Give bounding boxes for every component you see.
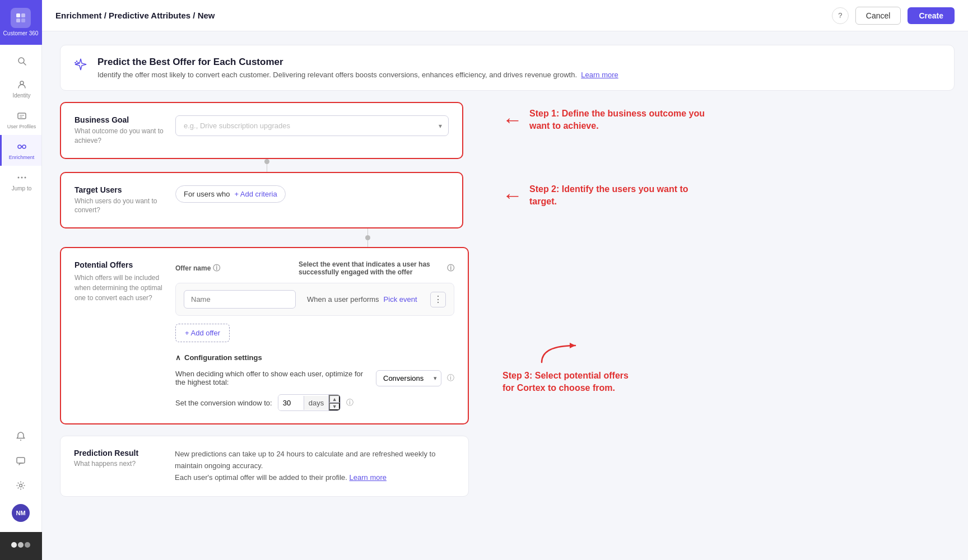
business-goal-title: Business Goal (75, 115, 164, 124)
conversion-window-input[interactable] (278, 395, 304, 410)
prediction-header-card: Predict the Best Offer for Each Customer… (60, 45, 955, 91)
offers-title: Potential Offers (75, 260, 164, 269)
optimize-label: When deciding which offer to show each u… (175, 370, 370, 386)
sidebar-logo: Customer 360 (0, 0, 42, 45)
sidebar-item-search[interactable] (0, 49, 41, 73)
sidebar-item-identity[interactable]: Identity (0, 73, 41, 104)
svg-point-10 (18, 145, 21, 148)
brand-label: Customer 360 (3, 30, 39, 37)
potential-offers-card: Potential Offers Which offers will be in… (60, 247, 469, 424)
config-window-row: Set the conversion window to: days ▲ ▼ (175, 394, 454, 411)
target-users-label-col: Target Users Which users do you want to … (75, 185, 164, 216)
connector-area (267, 228, 469, 247)
add-offer-button[interactable]: + Add offer (175, 324, 230, 342)
conversion-window-label: Set the conversion window to: (175, 399, 272, 407)
svg-point-20 (18, 542, 24, 548)
identity-icon (16, 78, 28, 91)
business-goal-select[interactable]: e.g., Drive subscription upgrades (175, 115, 449, 136)
prediction-learn-more-link[interactable]: Learn more (581, 71, 618, 79)
offer-name-info-icon: ⓘ (213, 263, 220, 273)
config-header-label: Configuration settings (184, 353, 262, 362)
sidebar-item-avatar[interactable]: NM (10, 500, 32, 526)
target-users-card: Target Users Which users do you want to … (60, 172, 463, 229)
arrow-left-1: ← (502, 108, 523, 132)
sidebar-item-settings[interactable] (10, 475, 32, 496)
svg-rect-2 (16, 18, 20, 22)
sidebar-label-user-profiles: User Profiles (7, 124, 36, 129)
prediction-header-text: Predict the Best Offer for Each Customer… (97, 57, 618, 79)
connector-dot-mid (365, 235, 370, 240)
annotations-column: ← Step 1: Define the business outcome yo… (491, 102, 955, 108)
page-content: Predict the Best Offer for Each Customer… (42, 31, 968, 560)
config-body: When deciding which offer to show each u… (175, 370, 454, 411)
page-header: Enrichment / Predictive Attributes / New… (42, 0, 968, 31)
spinner-up-button[interactable]: ▲ (329, 395, 340, 403)
help-button[interactable]: ? (832, 7, 849, 24)
connector-dot-1 (264, 159, 269, 164)
svg-rect-7 (18, 113, 26, 119)
user-profiles-icon (16, 110, 28, 122)
result-learn-more-link[interactable]: Learn more (350, 473, 387, 482)
sidebar-label-jump-to: Jump to (12, 185, 32, 192)
offers-sublabel: Which offers will be included when deter… (75, 273, 164, 303)
offers-label-col: Potential Offers Which offers will be in… (75, 260, 164, 411)
sidebar-nav: Identity User Profiles Enrichment Jump t… (0, 45, 41, 420)
offer-row-header: Offer name ⓘ Select the event that indic… (175, 260, 454, 276)
config-settings-toggle[interactable]: ∧ Configuration settings (175, 353, 454, 362)
offer-event-info-icon: ⓘ (447, 263, 454, 273)
sidebar-item-jump-to[interactable]: Jump to (0, 166, 41, 197)
chat-icon (15, 455, 27, 467)
sidebar: Customer 360 Identity User Profiles Enri… (0, 0, 42, 560)
sidebar-label-enrichment: Enrichment (9, 155, 35, 160)
svg-rect-3 (21, 18, 25, 22)
offers-right: Offer name ⓘ Select the event that indic… (175, 260, 454, 411)
optimize-select[interactable]: Conversions Revenue Clicks (376, 370, 441, 386)
connector-line-1 (267, 164, 267, 172)
svg-point-13 (17, 177, 19, 179)
cancel-button[interactable]: Cancel (855, 7, 901, 25)
step2-text: Step 2: Identify the users you want tota… (529, 183, 688, 208)
prediction-result-card: Prediction Result What happens next? New… (60, 436, 469, 496)
add-offer-label: + Add offer (185, 329, 220, 337)
svg-point-21 (25, 542, 30, 548)
main-area: Enrichment / Predictive Attributes / New… (42, 0, 968, 560)
step3-arrow-svg (536, 343, 581, 365)
svg-rect-1 (21, 13, 25, 17)
offer-name-input[interactable] (184, 290, 296, 309)
step1-text: Step 1: Define the business outcome youw… (529, 108, 705, 133)
create-button[interactable]: Create (908, 7, 955, 24)
sidebar-bottom: NM (10, 420, 32, 532)
footer-logo (11, 540, 31, 553)
offer-col-event-header: Select the event that indicates a user h… (299, 260, 454, 276)
config-section: ∧ Configuration settings When deciding w… (175, 353, 454, 411)
offer-menu-button[interactable]: ⋮ (430, 292, 446, 307)
target-users-pill[interactable]: For users who + Add criteria (175, 185, 286, 203)
sidebar-item-user-profiles[interactable]: User Profiles (0, 104, 41, 135)
pick-event-button[interactable]: Pick event (384, 295, 417, 304)
business-goal-card: Business Goal What outcome do you want t… (60, 102, 463, 159)
search-icon (16, 55, 28, 67)
sidebar-footer (0, 532, 42, 560)
add-criteria-label[interactable]: + Add criteria (234, 190, 277, 198)
offer-input-row: When a user performs Pick event ⋮ (175, 283, 454, 316)
step3-text: Step 3: Select potential offersfor Corte… (502, 370, 629, 395)
content-layout: Predict the Best Offer for Each Customer… (60, 45, 955, 497)
more-icon (16, 171, 28, 184)
target-users-title: Target Users (75, 185, 164, 194)
svg-marker-22 (570, 343, 575, 348)
svg-point-19 (11, 542, 17, 548)
optimize-info-icon: ⓘ (447, 373, 454, 383)
sidebar-item-enrichment[interactable]: Enrichment (0, 135, 41, 166)
header-actions: ? Cancel Create (832, 7, 955, 25)
svg-line-5 (24, 63, 26, 65)
sections-column: Business Goal What outcome do you want t… (60, 102, 469, 497)
bell-icon (15, 430, 27, 442)
sidebar-item-notifications[interactable] (10, 426, 32, 447)
breadcrumb: Enrichment / Predictive Attributes / New (55, 11, 832, 20)
spinner-down-button[interactable]: ▼ (329, 403, 340, 410)
step3-arrow-container (536, 343, 581, 367)
sidebar-item-chat[interactable] (10, 450, 32, 472)
business-goal-sublabel: What outcome do you want to achieve? (75, 127, 164, 146)
arrow-left-2: ← (502, 184, 523, 207)
offer-name-input-wrapper (184, 290, 296, 309)
